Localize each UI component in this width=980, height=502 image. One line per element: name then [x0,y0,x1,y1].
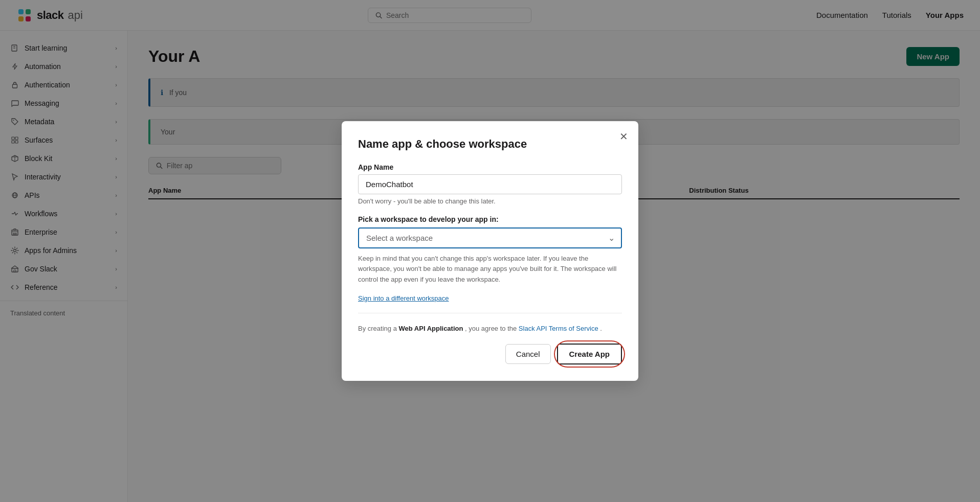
create-app-button[interactable]: Create App [557,344,622,364]
footer-text-end: . [600,325,602,332]
modal-divider [358,313,622,313]
footer-text-mid: , you agree to the [465,325,519,332]
app-name-input[interactable] [358,174,622,194]
modal-footer-text: By creating a Web API Application , you … [358,324,622,334]
app-name-hint: Don't worry - you'll be able to change t… [358,197,622,205]
create-app-modal: Name app & choose workspace ✕ App Name D… [342,121,638,381]
modal-title: Name app & choose workspace [358,138,622,151]
workspace-select-wrapper: Select a workspace ⌄ [358,227,622,248]
footer-terms-link[interactable]: Slack API Terms of Service [519,325,598,332]
workspace-field: Pick a workspace to develop your app in:… [358,215,622,303]
modal-actions: Cancel Create App [358,344,622,364]
footer-bold: Web API Application [399,325,463,332]
modal-close-button[interactable]: ✕ [619,131,628,142]
sign-in-different-workspace-link[interactable]: Sign into a different workspace [358,294,449,302]
workspace-label: Pick a workspace to develop your app in: [358,215,622,223]
footer-text-before: By creating a [358,325,399,332]
modal-overlay: Name app & choose workspace ✕ App Name D… [0,0,980,502]
app-name-label: App Name [358,163,622,171]
cancel-button[interactable]: Cancel [505,344,551,364]
workspace-warning-text: Keep in mind that you can't change this … [358,254,622,285]
app-name-field: App Name Don't worry - you'll be able to… [358,163,622,205]
workspace-select[interactable]: Select a workspace [358,227,622,248]
create-app-button-wrapper: Create App [557,344,622,364]
